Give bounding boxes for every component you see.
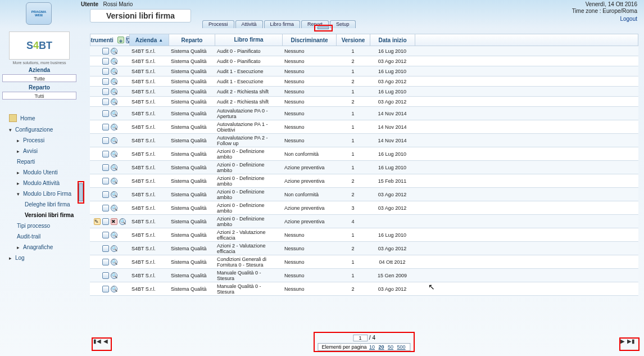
nav-processi[interactable]: Processi [0,135,79,146]
table-row[interactable]: 🔍S4BT S.r.l.Sistema QualitàAutovalutazio… [90,120,638,134]
nav-modulo-attivita[interactable]: Modulo Attività [0,178,79,188]
copy-icon[interactable] [102,272,109,279]
view-icon[interactable]: 🔍 [111,259,117,265]
nav-home[interactable]: Home [0,112,79,124]
tab-processi[interactable]: Processi [202,20,234,28]
copy-icon[interactable] [102,137,109,144]
view-icon[interactable]: 🔍 [111,110,117,117]
view-icon[interactable]: 🔍 [111,232,117,238]
copy-icon[interactable] [102,164,109,171]
hdr-strumenti[interactable]: Strumenti ＋ ▽ [90,34,130,46]
hdr-discriminante[interactable]: Discriminante [283,34,337,46]
cell-azienda: S4BT S.r.l. [129,232,169,238]
table-row[interactable]: 🔍S4BT S.r.l.Sistema QualitàAudit 2 - Ric… [90,97,638,107]
table-row[interactable]: 🔍S4BT S.r.l.Sistema QualitàAudit 1 - Ese… [90,66,638,76]
copy-icon[interactable] [102,78,109,85]
view-icon[interactable]: 🔍 [111,245,117,252]
azienda-select[interactable]: Tutte [2,74,76,82]
nav-configurazione[interactable]: Configurazione [0,124,79,135]
table-row[interactable]: 🔍S4BT S.r.l.Sistema QualitàAudit 0 - Pia… [90,56,638,66]
table-row[interactable]: 🔍S4BT S.r.l.Sistema QualitàAudit 1 - Ese… [90,76,638,87]
table-row[interactable]: 🔍S4BT S.r.l.Sistema QualitàAzioni 0 - De… [90,147,638,161]
nav-audit-trail[interactable]: Audit-trail [0,231,79,242]
table-row[interactable]: 🔍S4BT S.r.l.Sistema QualitàAzioni 0 - De… [90,161,638,174]
reparto-select[interactable]: Tutti [2,92,76,100]
hdr-data[interactable]: Data inizio [370,34,415,46]
view-icon[interactable]: 🔍 [111,272,117,279]
app-logo: PRAGMA WEB [26,2,52,25]
delete-icon[interactable]: ✖ [111,218,117,225]
copy-icon[interactable] [102,68,109,75]
copy-icon[interactable] [102,110,109,117]
copy-icon[interactable] [102,151,109,157]
nav-modulo-utenti[interactable]: Modulo Utenti [0,167,79,178]
panel-pin-handle[interactable] [318,26,329,29]
view-icon[interactable]: 🔍 [111,286,117,292]
view-icon[interactable]: 🔍 [111,124,117,130]
table-row[interactable]: 🔍S4BT S.r.l.Sistema QualitàAudit 2 - Ric… [90,87,638,97]
cell-reparto: Sistema Qualità [169,205,215,211]
view-icon[interactable]: 🔍 [111,58,117,65]
view-icon[interactable]: 🔍 [111,151,117,157]
copy-icon[interactable] [102,98,109,105]
copy-icon[interactable] [102,218,109,225]
table-row[interactable]: 🔍S4BT S.r.l.Sistema QualitàCondizioni Ge… [90,255,638,269]
view-icon[interactable]: 🔍 [111,137,117,144]
view-icon[interactable]: 🔍 [111,78,117,85]
nav-tipi-processo[interactable]: Tipi processo [0,220,79,231]
cell-discriminante: Nessuno [282,124,336,130]
view-icon[interactable]: 🔍 [111,205,117,211]
table-row[interactable]: 🔍S4BT S.r.l.Sistema QualitàAzioni 0 - De… [90,188,638,201]
table-row[interactable]: 🔍S4BT S.r.l.Sistema QualitàAzioni 2 - Va… [90,228,638,242]
hdr-azienda[interactable]: Azienda▲ [130,34,169,46]
copy-icon[interactable] [102,245,109,252]
nav-versioni[interactable]: Versioni libri firma [0,210,79,220]
view-icon[interactable]: 🔍 [111,48,117,55]
copy-icon[interactable] [102,88,109,95]
table-row[interactable]: ✎✖🔍S4BT S.r.l.Sistema QualitàAzioni 0 - … [90,215,638,228]
hdr-libro[interactable]: Libro firma [215,34,283,46]
edit-icon[interactable]: ✎ [94,218,101,225]
view-icon[interactable]: 🔍 [111,191,117,198]
table-row[interactable]: 🔍S4BT S.r.l.Sistema QualitàAudit 0 - Pia… [90,46,638,56]
table-row[interactable]: 🔍S4BT S.r.l.Sistema QualitàManuale Quali… [90,269,638,282]
copy-icon[interactable] [102,191,109,198]
copy-icon[interactable] [102,286,109,292]
view-icon[interactable]: 🔍 [111,98,117,105]
copy-icon[interactable] [102,48,109,55]
nav-avvisi[interactable]: Avvisi [0,146,79,156]
table-row[interactable]: 🔍S4BT S.r.l.Sistema QualitàAzioni 0 - De… [90,174,638,188]
tab-attivita[interactable]: Attività [235,20,263,28]
view-icon[interactable]: 🔍 [111,178,117,184]
copy-icon[interactable] [102,178,109,184]
table-row[interactable]: 🔍S4BT S.r.l.Sistema QualitàAutovalutazio… [90,107,638,120]
logout-link[interactable]: Logout [620,16,637,22]
filter-icon[interactable]: ▽ [126,37,130,43]
tab-setup[interactable]: Setup [330,20,356,28]
nav-modulo-libro[interactable]: Modulo Libro Firma [0,188,79,199]
splitter-handle[interactable] [79,183,83,201]
table-row[interactable]: 🔍S4BT S.r.l.Sistema QualitàAzioni 2 - Va… [90,242,638,255]
cell-versione: 2 [336,79,370,84]
add-icon[interactable]: ＋ [117,37,124,43]
nav-anagrafiche[interactable]: Anagrafiche [0,242,79,253]
nav-reparti[interactable]: Reparti [0,156,79,167]
copy-icon[interactable] [102,58,109,65]
view-icon[interactable]: 🔍 [111,88,117,95]
table-row[interactable]: 🔍S4BT S.r.l.Sistema QualitàManuale Quali… [90,282,638,296]
hdr-versione[interactable]: Versione [337,34,370,46]
copy-icon[interactable] [102,259,109,265]
copy-icon[interactable] [102,205,109,211]
nav-log[interactable]: Log [0,253,79,263]
hdr-reparto[interactable]: Reparto [169,34,215,46]
view-icon[interactable]: 🔍 [111,68,117,75]
table-row[interactable]: 🔍S4BT S.r.l.Sistema QualitàAutovalutazio… [90,134,638,147]
tab-librifirma[interactable]: Libro firma [264,20,301,28]
copy-icon[interactable] [102,124,109,130]
view-icon[interactable]: 🔍 [111,164,117,171]
copy-icon[interactable] [102,232,109,238]
cell-azienda: S4BT S.r.l. [129,165,169,170]
view-icon[interactable]: 🔍 [119,218,126,225]
table-row[interactable]: 🔍S4BT S.r.l.Sistema QualitàAzioni 0 - De… [90,201,638,215]
nav-deleghe[interactable]: Deleghe libri firma [0,199,79,210]
